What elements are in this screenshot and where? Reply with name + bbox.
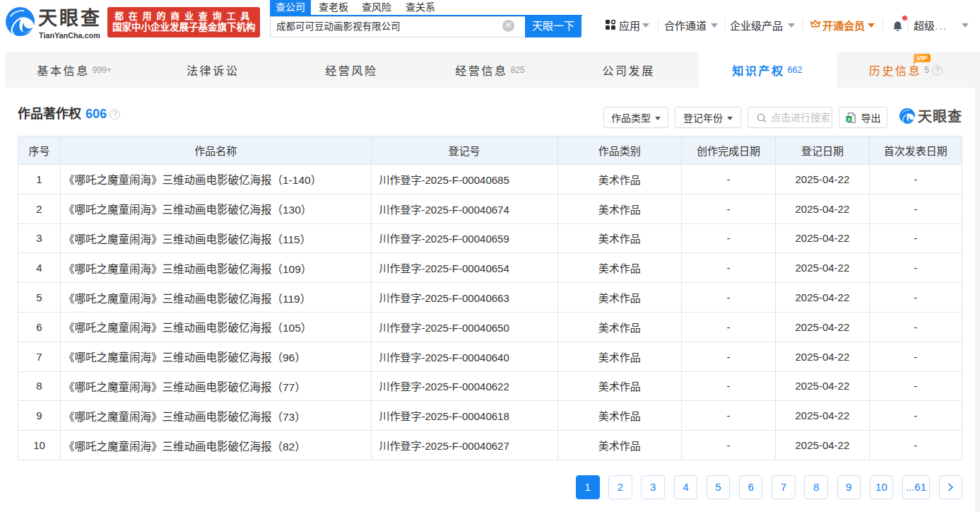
svg-text:x: x	[847, 115, 851, 122]
